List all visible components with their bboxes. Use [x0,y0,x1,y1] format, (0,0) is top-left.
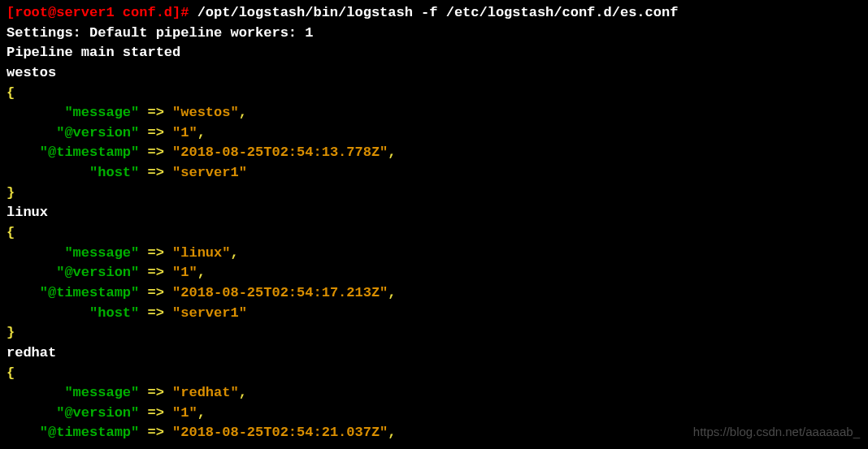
val-message: "westos" [172,105,239,120]
val-timestamp: "2018-08-25T02:54:21.037Z" [172,425,388,440]
key-host: "host" [89,305,139,321]
brace-close: } [7,323,861,343]
output-settings: Settings: Default pipeline workers: 1 [7,24,861,44]
arrow: => [139,245,172,261]
val-host: "server1" [172,165,247,180]
val-version: "1" [172,405,197,421]
kv-row: "@version" => "1", [7,123,861,144]
comma: , [197,125,206,140]
arrow: => [139,285,172,300]
key-version: "@version" [56,265,139,280]
arrow: => [139,385,172,400]
terminal-prompt-line: [root@server1 conf.d]# /opt/logstash/bin… [7,3,861,24]
comma: , [239,385,247,400]
brace-open: { [7,364,861,384]
arrow: => [139,405,172,421]
arrow: => [139,425,172,440]
comma: , [197,265,206,280]
watermark-text: https://blog.csdn.net/aaaaaab_ [693,423,860,441]
comma: , [388,285,396,300]
arrow: => [139,305,172,321]
kv-row: "message" => "redhat", [7,383,861,404]
key-message: "message" [64,105,139,120]
comma: , [388,145,396,160]
arrow: => [139,165,172,180]
key-timestamp: "@timestamp" [40,145,139,160]
arrow: => [139,125,172,140]
key-message: "message" [64,245,139,261]
val-version: "1" [172,125,197,140]
kv-row: "host" => "server1" [7,304,861,324]
val-timestamp: "2018-08-25T02:54:13.778Z" [172,145,388,160]
key-timestamp: "@timestamp" [40,425,139,440]
kv-row: "@timestamp" => "2018-08-25T02:54:13.778… [7,143,861,163]
kv-row: "message" => "linux", [7,244,861,264]
output-pipeline: Pipeline main started [7,43,861,63]
key-version: "@version" [56,405,139,421]
comma: , [239,105,247,120]
input-echo: redhat [7,343,861,364]
input-echo: westos [7,63,861,84]
input-echo: linux [7,203,861,223]
key-version: "@version" [56,125,139,140]
val-message: "linux" [172,245,230,261]
kv-row: "host" => "server1" [7,163,861,183]
kv-row: "@version" => "1", [7,263,861,283]
arrow: => [139,265,172,280]
comma: , [230,245,238,261]
kv-row: "@version" => "1", [7,404,861,424]
brace-close: } [7,183,861,204]
arrow: => [139,105,172,120]
kv-row: "@timestamp" => "2018-08-25T02:54:17.213… [7,283,861,304]
brace-open: { [7,84,861,104]
key-message: "message" [64,385,139,400]
arrow: => [139,145,172,160]
kv-row: "message" => "westos", [7,103,861,123]
val-timestamp: "2018-08-25T02:54:17.213Z" [172,285,388,300]
prompt-user-host: [root@server1 conf.d]# [7,5,197,20]
key-timestamp: "@timestamp" [40,285,139,300]
val-version: "1" [172,265,197,280]
comma: , [388,425,396,440]
val-message: "redhat" [172,385,239,400]
command-text: /opt/logstash/bin/logstash -f /etc/logst… [197,5,679,20]
val-host: "server1" [172,305,247,321]
key-host: "host" [89,165,139,180]
comma: , [197,405,206,421]
brace-open: { [7,223,861,244]
